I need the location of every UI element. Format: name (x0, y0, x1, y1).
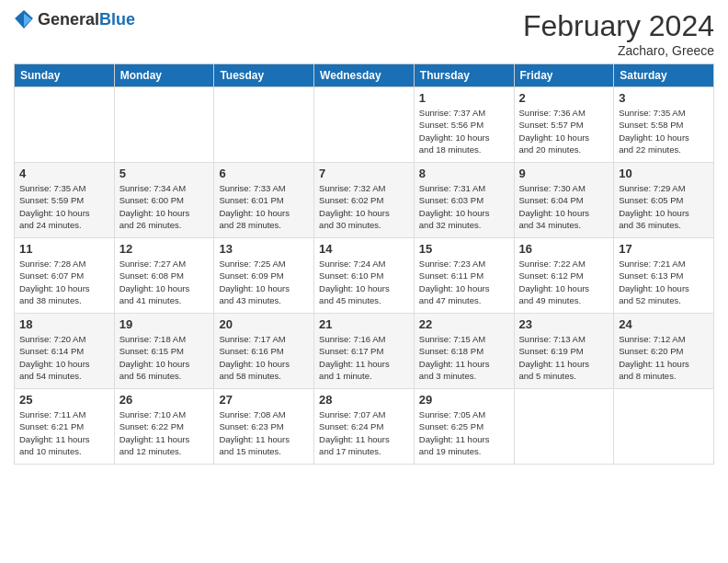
day-info: Sunrise: 7:17 AM Sunset: 6:16 PM Dayligh… (219, 333, 309, 382)
week-row-2: 11Sunrise: 7:28 AM Sunset: 6:07 PM Dayli… (15, 238, 714, 314)
title-block: February 2024 Zacharo, Greece (523, 9, 714, 58)
day-number: 12 (119, 242, 210, 256)
day-header-friday: Friday (514, 64, 614, 87)
day-number: 3 (619, 91, 709, 105)
day-number: 4 (19, 167, 109, 180)
day-info: Sunrise: 7:35 AM Sunset: 5:58 PM Dayligh… (619, 107, 709, 155)
calendar-cell: 11Sunrise: 7:28 AM Sunset: 6:07 PM Dayli… (15, 238, 115, 314)
week-row-4: 25Sunrise: 7:11 AM Sunset: 6:21 PM Dayli… (15, 389, 714, 465)
day-number: 7 (319, 167, 409, 180)
calendar-cell: 14Sunrise: 7:24 AM Sunset: 6:10 PM Dayli… (314, 238, 415, 314)
day-info: Sunrise: 7:33 AM Sunset: 6:01 PM Dayligh… (219, 182, 309, 231)
day-info: Sunrise: 7:29 AM Sunset: 6:05 PM Dayligh… (619, 182, 709, 231)
calendar-cell: 13Sunrise: 7:25 AM Sunset: 6:09 PM Dayli… (214, 238, 314, 314)
day-info: Sunrise: 7:36 AM Sunset: 5:57 PM Dayligh… (519, 107, 609, 155)
day-number: 6 (219, 167, 309, 180)
day-number: 19 (119, 317, 210, 331)
calendar-cell: 16Sunrise: 7:22 AM Sunset: 6:12 PM Dayli… (514, 238, 614, 314)
day-info: Sunrise: 7:24 AM Sunset: 6:10 PM Dayligh… (319, 258, 409, 306)
day-info: Sunrise: 7:28 AM Sunset: 6:07 PM Dayligh… (19, 258, 109, 306)
day-info: Sunrise: 7:30 AM Sunset: 6:04 PM Dayligh… (519, 182, 609, 231)
day-info: Sunrise: 7:08 AM Sunset: 6:23 PM Dayligh… (219, 408, 309, 457)
day-number: 25 (19, 393, 109, 407)
day-info: Sunrise: 7:07 AM Sunset: 6:24 PM Dayligh… (319, 408, 409, 457)
calendar-cell: 9Sunrise: 7:30 AM Sunset: 6:04 PM Daylig… (514, 163, 614, 238)
day-number: 15 (419, 242, 509, 256)
calendar-cell (514, 389, 614, 465)
calendar-cell: 23Sunrise: 7:13 AM Sunset: 6:19 PM Dayli… (514, 314, 614, 389)
day-info: Sunrise: 7:31 AM Sunset: 6:03 PM Dayligh… (419, 182, 509, 231)
page-container: GeneralBlue February 2024 Zacharo, Greec… (0, 0, 728, 474)
calendar-cell: 5Sunrise: 7:34 AM Sunset: 6:00 PM Daylig… (114, 163, 214, 238)
calendar-cell: 3Sunrise: 7:35 AM Sunset: 5:58 PM Daylig… (614, 87, 714, 163)
calendar-cell: 1Sunrise: 7:37 AM Sunset: 5:56 PM Daylig… (414, 87, 514, 163)
day-header-saturday: Saturday (614, 64, 714, 87)
day-number: 9 (519, 167, 609, 180)
calendar-cell: 15Sunrise: 7:23 AM Sunset: 6:11 PM Dayli… (414, 238, 514, 314)
day-number: 17 (619, 242, 709, 256)
day-number: 29 (419, 393, 509, 407)
calendar-cell: 22Sunrise: 7:15 AM Sunset: 6:18 PM Dayli… (414, 314, 514, 389)
day-info: Sunrise: 7:25 AM Sunset: 6:09 PM Dayligh… (219, 258, 309, 306)
logo: GeneralBlue (14, 9, 135, 29)
calendar-cell (15, 87, 115, 163)
calendar-cell: 29Sunrise: 7:05 AM Sunset: 6:25 PM Dayli… (414, 389, 514, 465)
day-number: 27 (219, 393, 309, 407)
day-header-thursday: Thursday (414, 64, 514, 87)
logo-text: GeneralBlue (38, 10, 135, 29)
day-number: 1 (419, 91, 509, 105)
calendar-cell: 2Sunrise: 7:36 AM Sunset: 5:57 PM Daylig… (514, 87, 614, 163)
day-info: Sunrise: 7:20 AM Sunset: 6:14 PM Dayligh… (19, 333, 109, 382)
subtitle: Zacharo, Greece (523, 43, 714, 58)
calendar-cell (314, 87, 415, 163)
calendar-cell: 26Sunrise: 7:10 AM Sunset: 6:22 PM Dayli… (114, 389, 214, 465)
day-number: 26 (119, 393, 210, 407)
calendar-header-row: SundayMondayTuesdayWednesdayThursdayFrid… (15, 64, 714, 87)
calendar-cell: 20Sunrise: 7:17 AM Sunset: 6:16 PM Dayli… (214, 314, 314, 389)
calendar-cell (114, 87, 214, 163)
day-header-monday: Monday (114, 64, 214, 87)
calendar-cell: 19Sunrise: 7:18 AM Sunset: 6:15 PM Dayli… (114, 314, 214, 389)
calendar-cell: 8Sunrise: 7:31 AM Sunset: 6:03 PM Daylig… (414, 163, 514, 238)
day-info: Sunrise: 7:11 AM Sunset: 6:21 PM Dayligh… (19, 408, 109, 457)
day-header-tuesday: Tuesday (214, 64, 314, 87)
day-info: Sunrise: 7:12 AM Sunset: 6:20 PM Dayligh… (619, 333, 709, 382)
week-row-1: 4Sunrise: 7:35 AM Sunset: 5:59 PM Daylig… (15, 163, 714, 238)
day-number: 14 (319, 242, 409, 256)
day-info: Sunrise: 7:15 AM Sunset: 6:18 PM Dayligh… (419, 333, 509, 382)
calendar-cell: 25Sunrise: 7:11 AM Sunset: 6:21 PM Dayli… (15, 389, 115, 465)
day-info: Sunrise: 7:10 AM Sunset: 6:22 PM Dayligh… (119, 408, 210, 457)
day-info: Sunrise: 7:18 AM Sunset: 6:15 PM Dayligh… (119, 333, 210, 382)
day-number: 22 (419, 317, 509, 331)
day-info: Sunrise: 7:05 AM Sunset: 6:25 PM Dayligh… (419, 408, 509, 457)
day-info: Sunrise: 7:22 AM Sunset: 6:12 PM Dayligh… (519, 258, 609, 306)
calendar-cell: 28Sunrise: 7:07 AM Sunset: 6:24 PM Dayli… (314, 389, 415, 465)
day-number: 10 (619, 167, 709, 180)
calendar-cell: 4Sunrise: 7:35 AM Sunset: 5:59 PM Daylig… (15, 163, 115, 238)
logo-general: General (38, 10, 99, 29)
day-info: Sunrise: 7:34 AM Sunset: 6:00 PM Dayligh… (119, 182, 210, 231)
day-info: Sunrise: 7:32 AM Sunset: 6:02 PM Dayligh… (319, 182, 409, 231)
day-number: 21 (319, 317, 409, 331)
main-title: February 2024 (523, 9, 714, 43)
day-number: 11 (19, 242, 109, 256)
calendar-table: SundayMondayTuesdayWednesdayThursdayFrid… (14, 63, 714, 465)
day-number: 20 (219, 317, 309, 331)
day-number: 28 (319, 393, 409, 407)
day-number: 18 (19, 317, 109, 331)
calendar-cell (214, 87, 314, 163)
calendar-cell: 18Sunrise: 7:20 AM Sunset: 6:14 PM Dayli… (15, 314, 115, 389)
calendar-cell (614, 389, 714, 465)
day-info: Sunrise: 7:16 AM Sunset: 6:17 PM Dayligh… (319, 333, 409, 382)
calendar-cell: 10Sunrise: 7:29 AM Sunset: 6:05 PM Dayli… (614, 163, 714, 238)
day-info: Sunrise: 7:37 AM Sunset: 5:56 PM Dayligh… (419, 107, 509, 155)
day-number: 13 (219, 242, 309, 256)
week-row-3: 18Sunrise: 7:20 AM Sunset: 6:14 PM Dayli… (15, 314, 714, 389)
day-number: 5 (119, 167, 210, 180)
logo-blue: Blue (99, 10, 135, 29)
calendar-cell: 21Sunrise: 7:16 AM Sunset: 6:17 PM Dayli… (314, 314, 415, 389)
day-header-wednesday: Wednesday (314, 64, 415, 87)
day-number: 24 (619, 317, 709, 331)
calendar-cell: 24Sunrise: 7:12 AM Sunset: 6:20 PM Dayli… (614, 314, 714, 389)
header: GeneralBlue February 2024 Zacharo, Greec… (14, 9, 714, 58)
